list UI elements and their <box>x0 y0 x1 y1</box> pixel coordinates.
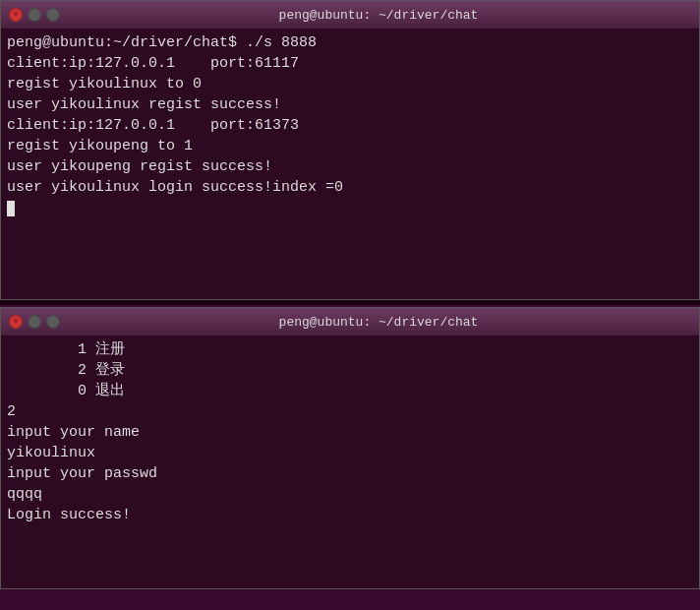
top-line-5: client:ip:127.0.0.1 port:61373 <box>7 115 693 136</box>
bottom-line-1: 1 注册 <box>7 339 693 360</box>
top-line-8: user yikoulinux login success!index =0 <box>7 177 693 198</box>
cursor-block <box>7 201 15 216</box>
bottom-terminal-body: 1 注册 2 登录 0 退出 2 input your name yikouli… <box>1 336 699 588</box>
bottom-line-6: yikoulinux <box>7 443 693 463</box>
minimize-button[interactable] <box>28 8 41 22</box>
top-cursor-line <box>7 198 693 218</box>
top-line-3: regist yikoulinux to 0 <box>7 74 693 94</box>
bottom-titlebar-buttons: × <box>9 315 60 329</box>
top-terminal-body: peng@ubuntu:~/driver/chat$ ./s 8888 clie… <box>1 29 699 299</box>
bottom-close-icon: × <box>13 317 18 327</box>
bottom-line-3: 0 退出 <box>7 381 693 401</box>
top-line-6: regist yikoupeng to 1 <box>7 136 693 156</box>
bottom-titlebar: × peng@ubuntu: ~/driver/chat <box>1 308 699 336</box>
top-line-2: client:ip:127.0.0.1 port:61117 <box>7 53 693 74</box>
bottom-line-7: input your passwd <box>7 463 693 484</box>
bottom-line-5: input your name <box>7 422 693 443</box>
bottom-line-2: 2 登录 <box>7 360 693 381</box>
bottom-minimize-button[interactable] <box>28 315 41 329</box>
top-line-1: peng@ubuntu:~/driver/chat$ ./s 8888 <box>7 32 693 53</box>
titlebar-buttons: × <box>9 8 60 22</box>
top-line-7: user yikoupeng regist success! <box>7 156 693 177</box>
maximize-button[interactable] <box>46 8 60 22</box>
top-titlebar: × peng@ubuntu: ~/driver/chat <box>1 1 699 29</box>
top-line-4: user yikoulinux regist success! <box>7 94 693 115</box>
bottom-line-8: qqqq <box>7 484 693 505</box>
bottom-maximize-button[interactable] <box>46 315 60 329</box>
bottom-close-button[interactable]: × <box>9 315 23 329</box>
window-separator <box>0 300 700 305</box>
bottom-line-9: Login success! <box>7 505 693 525</box>
bottom-terminal: × peng@ubuntu: ~/driver/chat 1 注册 2 登录 0… <box>0 307 700 589</box>
top-terminal: × peng@ubuntu: ~/driver/chat peng@ubuntu… <box>0 0 700 300</box>
close-button[interactable]: × <box>9 8 23 22</box>
bottom-line-4: 2 <box>7 401 693 422</box>
close-icon: × <box>13 10 18 20</box>
bottom-terminal-title: peng@ubuntu: ~/driver/chat <box>66 315 691 330</box>
top-terminal-title: peng@ubuntu: ~/driver/chat <box>66 8 691 23</box>
